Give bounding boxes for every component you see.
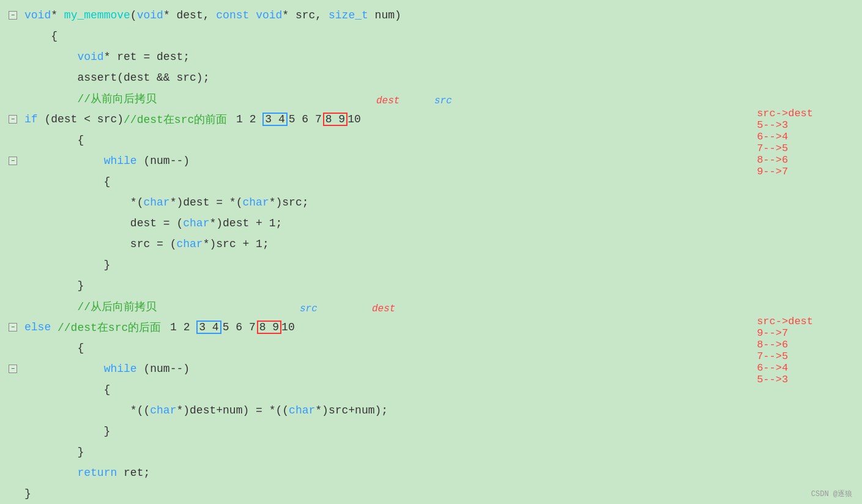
gutter-6: − xyxy=(0,115,20,124)
code-14: } xyxy=(20,280,84,292)
line-24: } xyxy=(0,483,862,504)
code-19: { xyxy=(20,384,110,396)
box-red-top: 8 9 xyxy=(323,113,347,126)
line-22: } xyxy=(0,442,862,462)
code-24: } xyxy=(20,487,31,500)
line-11: dest = (char*)dest + 1; xyxy=(0,213,862,234)
fn-name: my_memmove xyxy=(64,9,130,21)
line-17: { xyxy=(0,338,862,358)
gutter-8: − xyxy=(0,157,20,165)
collapse-btn-4[interactable]: − xyxy=(9,323,17,332)
line-9: { xyxy=(0,171,862,192)
line-19: { xyxy=(0,379,862,400)
line-5: //从前向后拷贝 xyxy=(0,88,862,109)
dest-label-bottom: dest xyxy=(372,303,395,314)
box-blue-bottom: 3 4 xyxy=(196,321,221,334)
code-3: void* ret = dest; xyxy=(20,51,190,63)
line-8: − while (num--) xyxy=(0,150,862,171)
code-5: //从前向后拷贝 xyxy=(20,91,157,106)
line-13: } xyxy=(0,254,862,275)
line-2: { xyxy=(0,26,862,46)
dest-label-top: dest xyxy=(376,95,399,106)
code-container: − void* my_memmove(void* dest, const voi… xyxy=(0,0,862,504)
line-20: *((char*)dest+num) = *((char*)src+num); xyxy=(0,400,862,421)
gutter-1: − xyxy=(0,11,20,20)
code-18: while (num--) xyxy=(20,363,190,375)
code-22: } xyxy=(20,446,84,458)
code-15: //从后向前拷贝 xyxy=(20,299,157,314)
code-1: void* my_memmove(void* dest, const void*… xyxy=(20,9,401,21)
code-12: src = (char*)src + 1; xyxy=(20,238,269,250)
line-fn-sig: − void* my_memmove(void* dest, const voi… xyxy=(0,5,862,26)
line-7: { xyxy=(0,130,862,150)
code-16: else //dest在src的后面 1 2 3 45 6 78 910 xyxy=(20,320,295,335)
comment-2: //从后向前拷贝 xyxy=(24,299,157,314)
box-blue-top-start: 3 4 xyxy=(262,113,287,126)
collapse-btn-5[interactable]: − xyxy=(9,365,17,373)
collapse-btn-1[interactable]: − xyxy=(9,11,17,20)
code-21: } xyxy=(20,425,110,437)
line-12: src = (char*)src + 1; xyxy=(0,234,862,254)
line-16: − else //dest在src的后面 1 2 3 45 6 78 910 s… xyxy=(0,317,862,338)
line-3: void* ret = dest; xyxy=(0,46,862,67)
line-18: − while (num--) xyxy=(0,358,862,379)
box-red-bottom: 8 9 xyxy=(257,321,281,334)
gutter-16: − xyxy=(0,323,20,332)
src-label-top: src xyxy=(434,95,452,106)
code-20: *((char*)dest+num) = *((char*)src+num); xyxy=(20,404,388,417)
ann-top-title: src->dest xyxy=(757,108,813,119)
line-15: //从后向前拷贝 xyxy=(0,296,862,317)
src-label-bottom: src xyxy=(300,303,318,314)
comment-1: //从前向后拷贝 xyxy=(24,91,157,106)
line-4: assert(dest && src); xyxy=(0,67,862,88)
code-8: while (num--) xyxy=(20,155,190,167)
line-6: − if (dest < src)//dest在src的前面 1 2 3 45 … xyxy=(0,109,862,130)
code-23: return ret; xyxy=(20,467,150,479)
gutter-18: − xyxy=(0,365,20,373)
code-4: assert(dest && src); xyxy=(20,72,209,84)
line-23: return ret; xyxy=(0,462,862,483)
ann-bot-title: src->dest xyxy=(757,316,813,327)
code-9: { xyxy=(20,176,110,188)
watermark: CSDN @逐狼 xyxy=(811,489,852,499)
code-6: if (dest < src)//dest在src的前面 1 2 3 45 6 … xyxy=(20,112,361,127)
line-14: } xyxy=(0,275,862,296)
code-10: *(char*)dest = *(char*)src; xyxy=(20,196,309,209)
code-17: { xyxy=(20,342,84,354)
code-13: } xyxy=(20,259,110,271)
keyword-void: void xyxy=(24,9,51,21)
line-21: } xyxy=(0,421,862,442)
collapse-btn-3[interactable]: − xyxy=(9,157,17,165)
code-7: { xyxy=(20,134,84,146)
line-10: *(char*)dest = *(char*)src; xyxy=(0,192,862,213)
code-11: dest = (char*)dest + 1; xyxy=(20,217,282,229)
collapse-btn-2[interactable]: − xyxy=(9,115,17,124)
code-2: { xyxy=(20,30,58,42)
